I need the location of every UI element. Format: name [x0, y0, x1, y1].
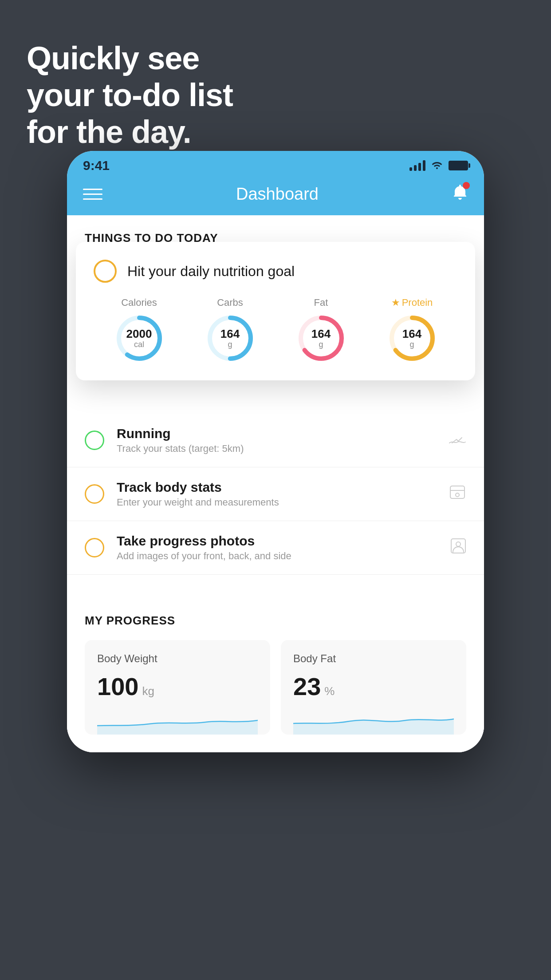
- body-fat-value: 23 %: [293, 672, 454, 701]
- protein-label-star: ★ Protein: [391, 297, 433, 308]
- calories-ring: 2000 cal: [115, 314, 164, 363]
- calories-label: Calories: [121, 297, 157, 308]
- card-title-row: Hit your daily nutrition goal: [94, 260, 457, 283]
- progress-header: MY PROGRESS: [85, 614, 466, 628]
- todo-subtitle-photos: Add images of your front, back, and side: [117, 550, 438, 562]
- status-icons: [409, 159, 468, 172]
- fat-ring: 164 g: [297, 314, 346, 363]
- scale-icon: [449, 484, 466, 504]
- todo-check-circle[interactable]: [94, 260, 117, 283]
- todo-subtitle-running: Track your stats (target: 5km): [117, 443, 436, 454]
- nutrition-card[interactable]: Hit your daily nutrition goal Calories 2…: [76, 242, 475, 380]
- todo-title-running: Running: [117, 426, 436, 441]
- carbs-label: Carbs: [217, 297, 243, 308]
- nutrition-carbs: Carbs 164 g: [206, 297, 255, 363]
- carbs-text: 164 g: [220, 328, 240, 349]
- todo-circle-body-stats: [85, 484, 104, 504]
- todo-text-body-stats: Track body stats Enter your weight and m…: [117, 480, 436, 508]
- todo-item-photos[interactable]: Take progress photos Add images of your …: [67, 521, 484, 575]
- nav-title: Dashboard: [236, 185, 319, 204]
- person-icon: [450, 538, 466, 558]
- content-area: THINGS TO DO TODAY Hit your daily nutrit…: [67, 215, 484, 752]
- protein-ring: 164 g: [388, 314, 437, 363]
- body-fat-number: 23: [293, 672, 321, 701]
- body-fat-chart: [293, 708, 454, 735]
- card-title: Hit your daily nutrition goal: [127, 263, 295, 280]
- progress-section: MY PROGRESS Body Weight 100 kg: [67, 596, 484, 735]
- status-bar: 9:41: [67, 151, 484, 177]
- protein-text: 164 g: [402, 328, 421, 349]
- todo-circle-running: [85, 431, 104, 450]
- todo-text-running: Running Track your stats (target: 5km): [117, 426, 436, 454]
- todo-item-body-stats[interactable]: Track body stats Enter your weight and m…: [67, 467, 484, 521]
- phone-mockup: 9:41 Dashboard: [67, 151, 484, 752]
- nav-bar: Dashboard: [67, 177, 484, 215]
- todo-title-body-stats: Track body stats: [117, 480, 436, 495]
- star-icon: ★: [391, 297, 400, 308]
- menu-button[interactable]: [83, 189, 102, 200]
- body-weight-unit: kg: [142, 684, 154, 698]
- body-weight-title: Body Weight: [97, 652, 258, 665]
- progress-cards: Body Weight 100 kg Body Fat: [85, 640, 466, 735]
- hero-text: Quickly see your to-do list for the day.: [27, 40, 233, 150]
- status-time: 9:41: [83, 158, 110, 173]
- running-icon: [449, 431, 466, 450]
- nutrition-calories: Calories 2000 cal: [115, 297, 164, 363]
- body-fat-unit: %: [324, 684, 335, 698]
- todo-item-running[interactable]: Running Track your stats (target: 5km): [67, 414, 484, 467]
- hero-line3: for the day.: [27, 114, 233, 150]
- svg-point-12: [456, 542, 460, 546]
- svg-point-10: [456, 493, 459, 497]
- fat-text: 164 g: [311, 328, 331, 349]
- carbs-ring: 164 g: [206, 314, 255, 363]
- notification-badge: [463, 182, 470, 189]
- calories-text: 2000 cal: [126, 328, 152, 349]
- signal-icon: [409, 160, 425, 171]
- nutrition-grid: Calories 2000 cal Carbs: [94, 297, 457, 363]
- body-weight-value: 100 kg: [97, 672, 258, 701]
- todo-text-photos: Take progress photos Add images of your …: [117, 533, 438, 562]
- nutrition-protein: ★ Protein 164 g: [388, 297, 437, 363]
- todo-subtitle-body-stats: Enter your weight and measurements: [117, 497, 436, 508]
- body-fat-title: Body Fat: [293, 652, 454, 665]
- hero-line1: Quickly see: [27, 40, 233, 77]
- body-weight-chart: [97, 708, 258, 735]
- nutrition-fat: Fat 164 g: [297, 297, 346, 363]
- todo-circle-photos: [85, 538, 104, 557]
- protein-label: Protein: [402, 297, 433, 308]
- fat-label: Fat: [314, 297, 328, 308]
- body-fat-card[interactable]: Body Fat 23 %: [281, 640, 466, 735]
- hero-line2: your to-do list: [27, 77, 233, 114]
- phone-bottom: [67, 735, 484, 752]
- todo-title-photos: Take progress photos: [117, 533, 438, 549]
- body-weight-card[interactable]: Body Weight 100 kg: [85, 640, 270, 735]
- wifi-icon: [431, 159, 443, 172]
- notifications-button[interactable]: [452, 184, 468, 205]
- body-weight-number: 100: [97, 672, 138, 701]
- battery-icon: [449, 161, 468, 170]
